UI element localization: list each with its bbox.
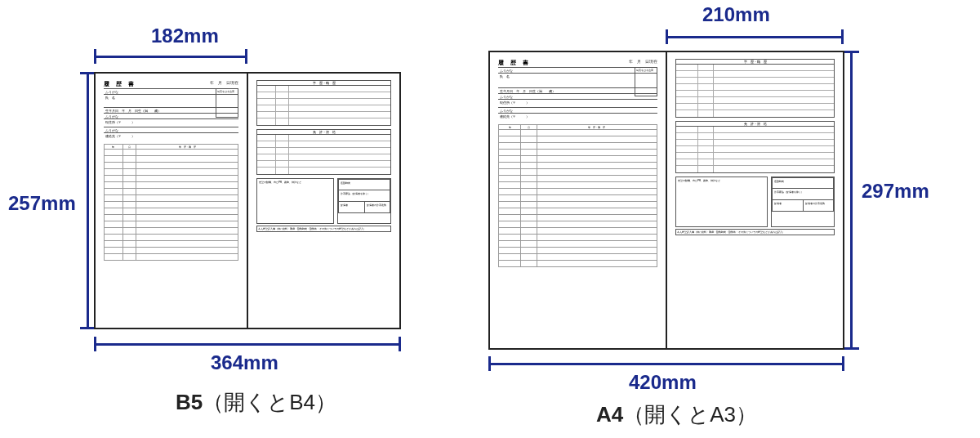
resume-title-a4: 履 歴 書 xyxy=(498,59,531,67)
b5-height-label: 257mm xyxy=(8,192,76,215)
photo-box-a4: 写真をはる位置 xyxy=(635,67,657,96)
a4-width-bottom-label: 420mm xyxy=(629,371,697,394)
field-contact: 連絡先（〒 ） xyxy=(104,132,238,141)
b5-width-top-label: 182mm xyxy=(151,25,219,47)
b5-spread: 履 歴 書 年 月 日現在 写真をはる位置 ふりがな 氏 名 生年月日 年 月 … xyxy=(94,72,401,329)
sec-license: 免 許・資 格 xyxy=(256,129,391,175)
photo-box: 写真をはる位置 xyxy=(216,88,238,118)
a4-spread: 履 歴 書 年 月 日現在 写真をはる位置 ふりがな 氏 名 生年月日 年 月 … xyxy=(488,51,844,350)
field-furigana3: ふりがな xyxy=(104,127,238,132)
a4-caption: A4（開くとA3） xyxy=(596,400,757,429)
field-addr: 現住所（〒 ） xyxy=(104,118,238,127)
wish-box: 本人希望記入欄（特に給料・職種・勤務時間・勤務地・その他についての希望などがあれ… xyxy=(256,226,391,232)
edu-table: 年月学 歴・職 歴 xyxy=(104,144,238,261)
resume-date: 年 月 日現在 xyxy=(210,80,238,88)
resume-left-page: 履 歴 書 年 月 日現在 写真をはる位置 ふりがな 氏 名 生年月日 年 月 … xyxy=(96,74,247,328)
b5-width-bottom-label: 364mm xyxy=(211,351,278,374)
diagram-b5: 182mm 257mm 履 歴 書 年 月 日現在 写真をはる位置 ふりがな 氏… xyxy=(0,0,466,438)
sec-edu-cont: 学 歴・職 歴 xyxy=(256,80,391,126)
resume-right-page: 学 歴・職 歴 免 許・資 格 志望の動機、自己PR、趣味、特技など xyxy=(247,74,399,328)
b5-caption: B5（開くとB4） xyxy=(176,388,336,417)
a4-width-top-label: 210mm xyxy=(702,3,770,26)
edu-table-a4: 年月学 歴・職 歴 xyxy=(498,124,657,267)
diagram-a4: 210mm 297mm 履 歴 書 年 月 日現在 写真をはる位置 ふりがな 氏… xyxy=(457,0,980,438)
resume-title: 履 歴 書 xyxy=(104,80,136,88)
motive-commute: 志望の動機、自己PR、趣味、特技など 通勤時間 扶養家族（配偶者を除く） 配偶者… xyxy=(256,178,391,224)
resume-left-page-a4: 履 歴 書 年 月 日現在 写真をはる位置 ふりがな 氏 名 生年月日 年 月 … xyxy=(490,52,666,348)
resume-right-page-a4: 学 歴・職 歴 免 許・資 格 志望の動機 xyxy=(666,52,843,348)
a4-height-label: 297mm xyxy=(862,180,929,203)
